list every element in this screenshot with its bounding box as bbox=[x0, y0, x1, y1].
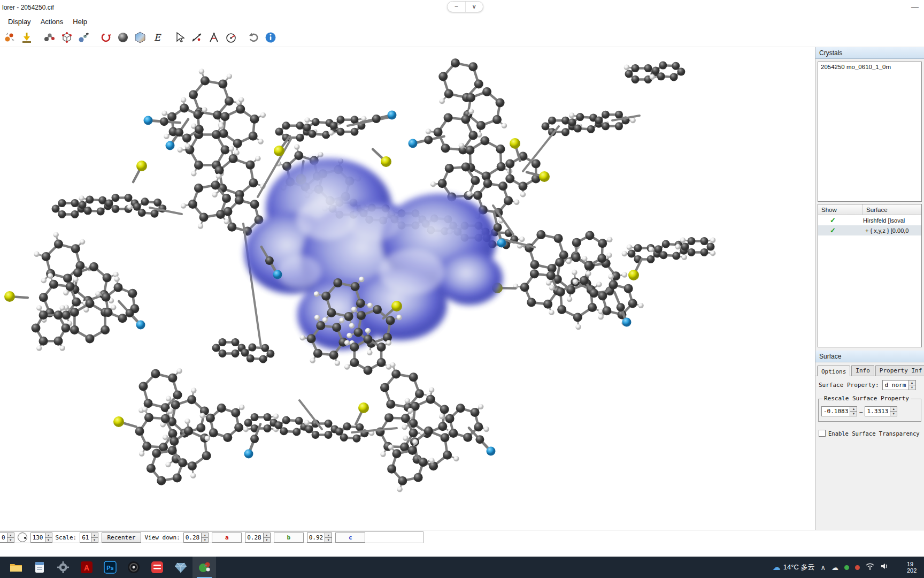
spinner-buttons[interactable]: ▲▼ bbox=[7, 533, 14, 542]
info-icon[interactable] bbox=[263, 29, 279, 45]
column-surface: Surface bbox=[863, 207, 921, 213]
axis-b-spinbox[interactable]: 0.28 ▲▼ bbox=[245, 533, 271, 543]
surface-row-label: Hirshfeld [Isoval bbox=[863, 217, 921, 224]
table-row[interactable]: ✓ Hirshfeld [Isoval bbox=[818, 215, 921, 225]
taskbar-apps: A Ps bbox=[0, 557, 216, 578]
rotation-dial[interactable] bbox=[18, 533, 27, 542]
wifi-icon[interactable] bbox=[866, 562, 874, 572]
transparency-checkbox[interactable] bbox=[819, 430, 826, 437]
pill-chevron-button[interactable]: ∨ bbox=[466, 2, 483, 12]
spinner-buttons[interactable]: ▲▼ bbox=[263, 533, 270, 542]
unit-cell-icon[interactable] bbox=[58, 29, 74, 45]
document-app-icon[interactable] bbox=[28, 557, 51, 578]
angle-spinbox[interactable]: 130 ▲▼ bbox=[30, 533, 52, 543]
photoshop-letters: Ps bbox=[106, 565, 113, 571]
spinner-buttons[interactable]: ▲▼ bbox=[850, 407, 857, 416]
spin-up-icon: ▲ bbox=[850, 407, 857, 412]
view-controls-group: 0 ▲▼ 130 ▲▼ Scale: 61 ▲▼ Recenter View d… bbox=[0, 531, 424, 543]
min-property-spinbox[interactable]: -0.1083 ▲▼ bbox=[821, 406, 857, 416]
spinner-buttons[interactable]: ▲▼ bbox=[201, 533, 208, 542]
acrobat-icon[interactable]: A bbox=[75, 557, 98, 578]
weather-icon: ☁ bbox=[773, 562, 781, 572]
undo-icon[interactable] bbox=[245, 29, 261, 45]
tray-status-green-icon[interactable] bbox=[844, 565, 849, 570]
red-chinese-app-icon[interactable] bbox=[145, 557, 169, 578]
crystal-file-icon[interactable] bbox=[169, 557, 192, 578]
range-dash: – bbox=[859, 408, 863, 415]
weather-widget[interactable]: ☁ 14°C 多云 bbox=[773, 562, 815, 572]
measure-distance-icon[interactable] bbox=[189, 29, 205, 45]
rotation-spinbox[interactable]: 0 ▲▼ bbox=[0, 533, 14, 543]
spin-down-icon: ▼ bbox=[45, 538, 52, 542]
surface-property-row: Surface Property: d norm ▲▼ bbox=[815, 376, 924, 392]
axis-c-button[interactable]: c bbox=[335, 533, 365, 543]
crystal-list-item[interactable]: 2054250 mo_0610_1_0m bbox=[818, 62, 921, 72]
volume-icon[interactable] bbox=[880, 562, 889, 572]
surface-row-label: + { x,y,z } [0.00,0 bbox=[863, 227, 921, 234]
spin-up-icon: ▲ bbox=[264, 533, 270, 538]
recenter-button[interactable]: Recenter bbox=[102, 533, 142, 543]
rescale-group-title: Rescale Surface Property bbox=[822, 395, 911, 402]
tab-info[interactable]: Info bbox=[851, 365, 874, 376]
sphere-icon[interactable] bbox=[115, 29, 131, 45]
tab-property-info[interactable]: Property Inf bbox=[875, 365, 924, 376]
photoshop-icon[interactable]: Ps bbox=[98, 557, 122, 578]
menu-help[interactable]: Help bbox=[68, 16, 92, 27]
acrobat-letter: A bbox=[84, 564, 89, 572]
spin-up-icon: ▲ bbox=[909, 381, 915, 385]
surface-header: Surface bbox=[815, 351, 924, 362]
viewport-3d[interactable] bbox=[0, 47, 815, 530]
tab-options[interactable]: Options bbox=[817, 366, 850, 376]
media-player-icon[interactable] bbox=[122, 557, 145, 578]
crystals-list[interactable]: 2054250 mo_0610_1_0m bbox=[818, 62, 922, 202]
crystalexplorer-app-icon[interactable] bbox=[192, 557, 216, 578]
taskbar-clock[interactable]: 19 202 bbox=[907, 561, 923, 574]
settings-gear-icon[interactable] bbox=[51, 557, 75, 578]
axis-b-button[interactable]: b bbox=[274, 533, 304, 543]
axis-a-spinbox[interactable]: 0.28 ▲▼ bbox=[183, 533, 209, 543]
show-check-icon[interactable]: ✓ bbox=[818, 216, 863, 224]
spinner-buttons[interactable]: ▲▼ bbox=[325, 533, 332, 542]
scale-spinbox[interactable]: 61 ▲▼ bbox=[80, 533, 98, 543]
transparency-label: Enable Surface Transparency bbox=[828, 430, 920, 437]
windows-taskbar: A Ps ☁ 14°C 多云 ∧ ☁ 1 bbox=[0, 557, 924, 578]
select-cursor-icon[interactable] bbox=[172, 29, 188, 45]
spinner-buttons[interactable]: ▲▼ bbox=[908, 381, 915, 390]
measure-radius-icon[interactable] bbox=[223, 29, 239, 45]
spin-down-icon: ▼ bbox=[850, 412, 857, 416]
save-structure-icon[interactable] bbox=[19, 29, 35, 45]
tray-cloud-icon[interactable]: ☁ bbox=[831, 564, 838, 572]
show-check-icon[interactable]: ✓ bbox=[818, 226, 863, 234]
file-explorer-icon[interactable] bbox=[4, 557, 28, 578]
generate-fragments-icon[interactable] bbox=[2, 29, 18, 45]
reset-red-icon[interactable] bbox=[98, 29, 114, 45]
table-row[interactable]: ✓ + { x,y,z } [0.00,0 bbox=[818, 225, 921, 235]
surface-property-select[interactable]: d norm ▲▼ bbox=[882, 380, 916, 390]
surface-icon[interactable] bbox=[132, 29, 148, 45]
window-minimize-button[interactable]: — bbox=[909, 2, 921, 11]
max-property-value: 1.3313 bbox=[865, 407, 890, 416]
scale-value: 61 bbox=[80, 533, 90, 542]
axis-a-button[interactable]: a bbox=[212, 533, 242, 543]
energy-icon[interactable]: E bbox=[149, 29, 165, 45]
molecule-arrow-icon[interactable] bbox=[75, 29, 91, 45]
spin-down-icon: ▼ bbox=[325, 538, 332, 542]
clock-time: 19 bbox=[907, 561, 923, 567]
menu-actions[interactable]: Actions bbox=[36, 16, 68, 27]
axis-c-spinbox[interactable]: 0.92 ▲▼ bbox=[307, 533, 333, 543]
spin-up-icon: ▲ bbox=[45, 533, 52, 538]
tray-status-red-icon[interactable] bbox=[855, 565, 860, 570]
measure-angle-icon[interactable] bbox=[206, 29, 222, 45]
spinner-buttons[interactable]: ▲▼ bbox=[890, 407, 897, 416]
atoms-icon[interactable] bbox=[41, 29, 57, 45]
pill-minimize-button[interactable]: − bbox=[448, 2, 466, 12]
spinner-buttons[interactable]: ▲▼ bbox=[45, 533, 52, 542]
menu-display[interactable]: Display bbox=[3, 16, 36, 27]
min-property-value: -0.1083 bbox=[822, 407, 850, 416]
window-title: lorer - 2054250.cif bbox=[2, 4, 54, 11]
tray-chevron-up-icon[interactable]: ∧ bbox=[820, 564, 826, 572]
rescale-groupbox: Rescale Surface Property -0.1083 ▲▼ – 1.… bbox=[818, 399, 921, 422]
max-property-spinbox[interactable]: 1.3313 ▲▼ bbox=[865, 406, 897, 416]
spinner-buttons[interactable]: ▲▼ bbox=[91, 533, 98, 542]
surface-table[interactable]: Show Surface ✓ Hirshfeld [Isoval ✓ + { x… bbox=[818, 204, 922, 347]
